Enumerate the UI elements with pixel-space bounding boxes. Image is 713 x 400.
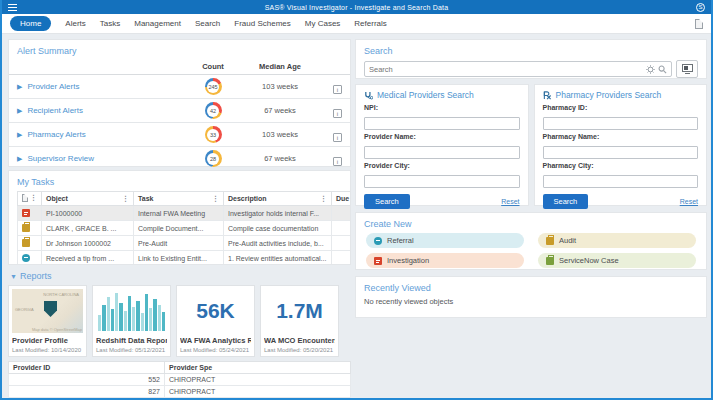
task-column-header[interactable]: Task⋮: [134, 192, 224, 206]
column-menu-icon[interactable]: ⋮: [30, 194, 37, 202]
medical-search-title: Medical Providers Search: [377, 90, 474, 100]
pharmacy-id-label: Pharmacy ID:: [543, 104, 699, 111]
collapse-icon[interactable]: ▼: [10, 273, 17, 280]
expand-icon[interactable]: ▶: [17, 131, 22, 139]
alert-count-donut: 245: [205, 78, 222, 95]
pharmacy-reset-link[interactable]: Reset: [680, 198, 698, 205]
app-title: SAS® Visual Investigator - Investigate a…: [17, 4, 696, 11]
create-investigation-button[interactable]: Investigation: [366, 253, 524, 268]
stethoscope-icon: [364, 91, 373, 100]
tab-my-cases[interactable]: My Cases: [305, 19, 341, 28]
kpi-thumbnail: 1.7M: [264, 289, 335, 333]
alert-count-donut: 28: [205, 150, 222, 167]
gear-icon[interactable]: [646, 65, 655, 74]
alert-row-provider[interactable]: ▶ Provider Alerts 245 103 weeks i: [9, 75, 350, 99]
alert-row-pharmacy[interactable]: ▶ Pharmacy Alerts 33 103 weeks i: [9, 123, 350, 147]
page-options-icon[interactable]: [695, 19, 703, 29]
pharmacy-search-button[interactable]: Search: [543, 194, 589, 209]
my-tasks-title: My Tasks: [9, 171, 350, 191]
alert-row-recipient[interactable]: ▶ Recipient Alerts 42 67 weeks i: [9, 99, 350, 123]
medical-reset-link[interactable]: Reset: [501, 198, 519, 205]
pharmacy-search-title: Pharmacy Providers Search: [556, 90, 662, 100]
alert-summary-panel: Alert Summary Count Median Age ▶ Provide…: [8, 39, 351, 167]
provider-city-field[interactable]: [364, 175, 520, 188]
my-tasks-table: ⋮ Object⋮ Task⋮ Description⋮ Due Date PI…: [17, 191, 351, 265]
tab-alerts[interactable]: Alerts: [65, 19, 85, 28]
expand-icon[interactable]: ▶: [17, 83, 22, 91]
task-row[interactable]: Received a tip from ... Link to Existing…: [18, 251, 352, 266]
report-card-provider-profile[interactable]: NORTH CAROLINA GEORGIA Map data © OpenSt…: [8, 285, 87, 357]
search-panel: Search: [355, 39, 707, 79]
alert-summary-title: Alert Summary: [9, 40, 350, 60]
alert-row-supervisor[interactable]: ▶ Supervisor Review 28 67 weeks i: [9, 147, 350, 171]
alert-summary-header: Count Median Age: [9, 60, 350, 75]
table-row[interactable]: 827 CHIROPRACT: [9, 386, 351, 398]
servicenow-case-icon: [546, 257, 554, 265]
table-row[interactable]: 552 CHIROPRACT: [9, 374, 351, 386]
user-avatar[interactable]: S: [696, 3, 705, 12]
pharmacy-id-field[interactable]: [543, 117, 699, 130]
task-row[interactable]: Dr Johnson 1000002 Pre-Audit Pre-Audit a…: [18, 236, 352, 251]
expand-icon[interactable]: ▶: [17, 107, 22, 115]
column-menu-icon[interactable]: ⋮: [212, 195, 219, 203]
info-icon[interactable]: i: [333, 133, 342, 142]
top-bar: SAS® Visual Investigator - Investigate a…: [2, 0, 711, 14]
provider-name-label: Provider Name:: [364, 133, 520, 140]
saved-searches-button[interactable]: [676, 60, 698, 78]
provider-city-label: Provider City:: [364, 162, 520, 169]
tab-management[interactable]: Management: [134, 19, 181, 28]
main-nav: Home Alerts Tasks Management Search Frau…: [2, 14, 711, 34]
search-icon[interactable]: [658, 65, 667, 74]
object-type-icon: [22, 194, 28, 202]
alert-count-donut: 42: [205, 102, 222, 119]
pharmacy-city-field[interactable]: [543, 175, 699, 188]
provider-id-column-header[interactable]: Provider ID: [9, 362, 165, 374]
tab-search[interactable]: Search: [195, 19, 220, 28]
task-row[interactable]: CLARK , GRACE B. ... Compile Document...…: [18, 221, 352, 236]
tab-referrals[interactable]: Referrals: [354, 19, 386, 28]
report-card-redshift[interactable]: Redshift Data Report Last Modified: 05/1…: [92, 285, 171, 357]
column-menu-icon[interactable]: ⋮: [320, 195, 327, 203]
object-type-column-header[interactable]: ⋮: [18, 192, 42, 206]
reports-section-header[interactable]: ▼Reports: [8, 269, 351, 285]
column-menu-icon[interactable]: ⋮: [122, 195, 129, 203]
info-icon[interactable]: i: [333, 109, 342, 118]
referral-icon: [374, 237, 382, 245]
due-date-column-header[interactable]: Due Date: [332, 192, 352, 206]
create-new-title: Create New: [356, 213, 706, 233]
kpi-thumbnail: 56K: [180, 289, 251, 333]
info-icon[interactable]: i: [333, 85, 342, 94]
medical-search-button[interactable]: Search: [364, 194, 410, 209]
create-servicenow-case-button[interactable]: ServiceNow Case: [538, 253, 696, 268]
report-card-wa-mco[interactable]: 1.7M WA MCO Encounters ... Last Modified…: [260, 285, 339, 357]
provider-specialty-table: Provider ID Provider Spe 552 CHIROPRACT …: [8, 361, 351, 398]
report-card-wa-fwa[interactable]: 56K WA FWA Analytics Re... Last Modified…: [176, 285, 255, 357]
search-input[interactable]: [369, 65, 643, 74]
expand-icon[interactable]: ▶: [17, 155, 22, 163]
tab-home[interactable]: Home: [10, 16, 51, 31]
count-column-header: Count: [182, 62, 244, 71]
saved-search-icon: [682, 64, 693, 74]
create-audit-button[interactable]: Audit: [538, 233, 696, 248]
alert-count-donut: 33: [205, 126, 222, 143]
hamburger-menu-icon[interactable]: [8, 4, 17, 11]
median-age-column-header: Median Age: [244, 62, 316, 71]
audit-icon: [22, 224, 30, 232]
npi-field[interactable]: [364, 117, 520, 130]
investigation-icon: [22, 209, 30, 217]
tab-fraud-schemes[interactable]: Fraud Schemes: [234, 19, 290, 28]
recently-viewed-empty-text: No recently viewed objects: [356, 297, 706, 306]
bar-chart-thumbnail: [96, 289, 167, 333]
provider-name-field[interactable]: [364, 146, 520, 159]
info-icon[interactable]: i: [333, 157, 342, 166]
app-window: SAS® Visual Investigator - Investigate a…: [0, 0, 713, 400]
create-referral-button[interactable]: Referral: [366, 233, 524, 248]
object-column-header[interactable]: Object⋮: [42, 192, 134, 206]
pharmacy-name-field[interactable]: [543, 146, 699, 159]
tab-tasks[interactable]: Tasks: [100, 19, 120, 28]
recently-viewed-title: Recently Viewed: [356, 277, 706, 297]
description-column-header[interactable]: Description⋮: [224, 192, 332, 206]
provider-specialty-column-header[interactable]: Provider Spe: [164, 362, 350, 374]
search-box[interactable]: [364, 61, 672, 77]
task-row[interactable]: PI-1000000 Internal FWA Meeting Investig…: [18, 206, 352, 221]
